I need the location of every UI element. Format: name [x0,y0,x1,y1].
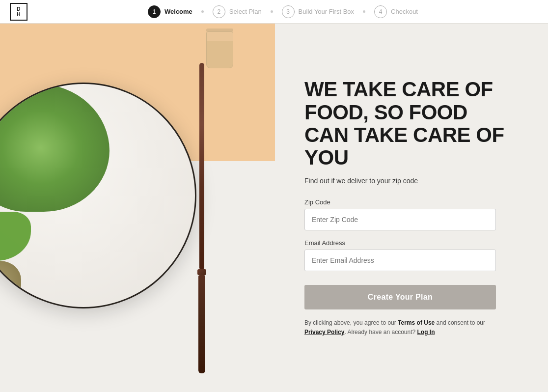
step-1-label: Welcome [164,8,192,15]
step-2-label: Select Plan [229,8,262,15]
step-1-circle: 1 [148,5,161,18]
knife-decoration [196,53,207,387]
legal-account-text: . Already have an account? [344,329,415,336]
email-group: Email Address [304,239,519,271]
lentil-decoration [0,261,21,305]
hero-image-panel [0,24,275,392]
terms-link[interactable]: Terms of Use [398,319,435,326]
zip-label: Zip Code [304,198,519,206]
zip-code-group: Zip Code [304,198,519,230]
glass-body [206,31,233,68]
step-2[interactable]: 2 Select Plan [213,5,262,18]
zip-code-input[interactable] [304,209,496,230]
knife-guard [197,269,206,275]
email-label: Email Address [304,239,519,247]
main-content: WE TAKE CARE OF FOOD, SO FOOD CAN TAKE C… [0,24,548,392]
step-dot-3 [363,10,365,13]
step-2-circle: 2 [213,5,225,18]
knife-blade [199,63,204,269]
greens-decoration [0,84,110,212]
glass-liquid [207,41,233,68]
legal-middle: and consent to our [435,319,485,326]
step-dot-2 [271,10,273,13]
food-plate [0,83,196,308]
login-link[interactable]: Log In [417,329,435,336]
hero-subtitle: Find out if we deliver to your zip code [304,177,519,185]
step-3[interactable]: 3 Build Your First Box [282,5,354,18]
knife-handle [198,275,205,373]
glass-decoration [206,28,236,73]
create-plan-button[interactable]: Create Your Plan [304,285,496,309]
step-4[interactable]: 4 Checkout [374,5,418,18]
step-3-label: Build Your First Box [299,8,354,15]
step-1[interactable]: 1 Welcome [148,5,192,18]
step-4-label: Checkout [391,8,418,15]
header: D H 1 Welcome 2 Select Plan 3 Build Your… [0,0,548,24]
step-4-circle: 4 [374,5,387,18]
nav-steps: 1 Welcome 2 Select Plan 3 Build Your Fir… [27,5,538,18]
logo: D H [10,3,27,21]
greens-2-decoration [0,212,31,261]
step-3-circle: 3 [282,5,295,18]
legal-prefix: By clicking above, you agree to our [304,319,398,326]
right-panel: WE TAKE CARE OF FOOD, SO FOOD CAN TAKE C… [275,24,548,392]
step-dot-1 [201,10,204,13]
email-input[interactable] [304,250,496,271]
privacy-link[interactable]: Privacy Policy [304,329,344,336]
hero-title: WE TAKE CARE OF FOOD, SO FOOD CAN TAKE C… [304,78,511,169]
legal-text: By clicking above, you agree to our Term… [304,318,496,337]
plate-container [0,83,226,338]
